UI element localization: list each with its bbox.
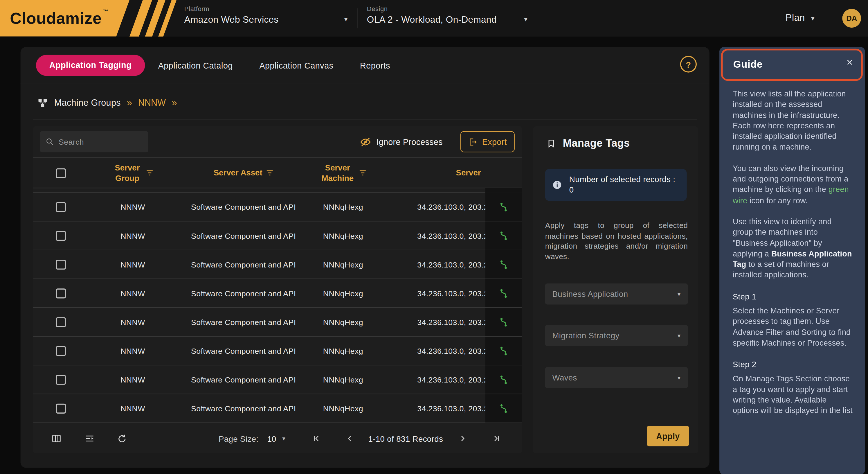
guide-paragraph: On Manage Tags Section choose a tag you … bbox=[733, 374, 854, 416]
tab-application-catalog[interactable]: Application Catalog bbox=[145, 61, 246, 70]
filter-icon[interactable] bbox=[146, 170, 153, 176]
row-checkbox[interactable] bbox=[56, 346, 66, 355]
brand-logo[interactable]: Cloudamize™ bbox=[0, 0, 183, 37]
cell-server: 34.236.103.0, 203.24 bbox=[376, 192, 485, 221]
manage-tags-description: Apply tags to group of selected machines… bbox=[545, 221, 688, 262]
row-checkbox[interactable] bbox=[56, 288, 66, 298]
info-icon bbox=[552, 179, 563, 190]
row-checkbox[interactable] bbox=[56, 259, 66, 269]
ignore-processes-button[interactable]: Ignore Processes bbox=[360, 126, 443, 157]
table-view-icon[interactable] bbox=[50, 433, 62, 445]
table-row: NNNW Software Component and API NNNqHexg… bbox=[33, 279, 522, 308]
cell-server-asset: Software Component and API bbox=[177, 192, 310, 221]
breadcrumb: Machine Groups » NNNW » bbox=[37, 92, 177, 113]
cell-server-machine: NNNqHexg bbox=[310, 337, 376, 365]
page-size-value[interactable]: 10 bbox=[267, 435, 276, 444]
green-wire-icon[interactable] bbox=[498, 288, 509, 299]
row-action-cell bbox=[485, 192, 522, 221]
row-action-cell bbox=[485, 279, 522, 307]
machine-groups-icon bbox=[37, 97, 48, 109]
platform-value: Amazon Web Services bbox=[184, 14, 347, 25]
cell-server-machine: NNNqHexg bbox=[310, 308, 376, 336]
search-input[interactable] bbox=[59, 137, 143, 146]
green-wire-icon[interactable] bbox=[498, 230, 509, 241]
business-application-select[interactable]: Business Application ▾ bbox=[545, 284, 688, 304]
row-checkbox-cell bbox=[33, 250, 89, 278]
green-wire-icon[interactable] bbox=[498, 316, 509, 327]
row-checkbox-cell bbox=[33, 337, 89, 365]
close-icon[interactable]: × bbox=[846, 56, 852, 68]
guide-step2-title: Step 2 bbox=[733, 360, 854, 370]
cell-server-group: NNNW bbox=[89, 337, 177, 365]
row-density-icon[interactable] bbox=[84, 433, 96, 445]
cell-server-asset: Software Component and API bbox=[177, 308, 310, 336]
filter-icon[interactable] bbox=[266, 170, 274, 176]
next-page-icon[interactable] bbox=[457, 433, 469, 445]
chevron-down-icon: ▾ bbox=[344, 16, 347, 23]
guide-paragraph: Select the Machines or Server processes … bbox=[733, 305, 854, 348]
column-header-server-asset[interactable]: Server Asset bbox=[177, 158, 310, 188]
platform-select[interactable]: Platform Amazon Web Services ▾ bbox=[184, 5, 347, 32]
cell-server-machine: NNNqHexg bbox=[310, 192, 376, 221]
select-placeholder: Migration Strategy bbox=[552, 331, 619, 340]
cell-server-asset: Software Component and API bbox=[177, 221, 310, 250]
select-all-checkbox[interactable] bbox=[56, 168, 66, 178]
row-checkbox[interactable] bbox=[56, 404, 66, 413]
bookmark-icon bbox=[547, 138, 556, 149]
green-wire-icon[interactable] bbox=[498, 374, 509, 385]
user-avatar[interactable]: DA bbox=[842, 9, 861, 28]
plan-label: Plan bbox=[785, 13, 805, 24]
first-page-icon[interactable] bbox=[310, 433, 322, 445]
previous-page-icon[interactable] bbox=[344, 433, 356, 445]
row-checkbox[interactable] bbox=[56, 317, 66, 327]
cell-server-group: NNNW bbox=[89, 250, 177, 278]
app-root: Cloudamize™ Platform Amazon Web Services… bbox=[0, 0, 868, 474]
breadcrumb-group-nnnw[interactable]: NNNW bbox=[138, 98, 166, 108]
guide-title: Guide bbox=[733, 59, 763, 70]
select-placeholder: Waves bbox=[552, 373, 577, 382]
export-button[interactable]: Export bbox=[460, 131, 515, 152]
column-header-server-group[interactable]: Server Group bbox=[89, 158, 177, 188]
column-header-server[interactable]: Server bbox=[376, 158, 485, 188]
table-row: NNNW Software Component and API NNNqHexg… bbox=[33, 365, 522, 394]
cell-server-group: NNNW bbox=[89, 394, 177, 422]
cell-server-asset: Software Component and API bbox=[177, 365, 310, 393]
waves-select[interactable]: Waves ▾ bbox=[545, 367, 688, 388]
table-row: NNNW Software Component and API NNNqHexg… bbox=[33, 308, 522, 337]
help-button[interactable]: ? bbox=[680, 56, 697, 72]
design-select[interactable]: Design OLA 2 - Workload, On-Demand ▾ bbox=[367, 5, 527, 32]
page-size-label: Page Size: bbox=[219, 435, 259, 444]
tab-application-tagging[interactable]: Application Tagging bbox=[36, 55, 145, 76]
eye-off-icon bbox=[360, 136, 371, 148]
main-card: Application Tagging Application Catalog … bbox=[21, 47, 710, 468]
migration-strategy-select[interactable]: Migration Strategy ▾ bbox=[545, 325, 688, 346]
chevron-down-icon[interactable]: ▾ bbox=[282, 435, 285, 442]
refresh-icon[interactable] bbox=[116, 433, 128, 445]
ignore-processes-label: Ignore Processes bbox=[376, 137, 443, 146]
tab-application-canvas[interactable]: Application Canvas bbox=[246, 61, 347, 70]
apply-button[interactable]: Apply bbox=[647, 426, 689, 446]
chevron-down-icon: ▾ bbox=[811, 14, 814, 22]
green-wire-icon[interactable] bbox=[498, 259, 509, 270]
green-wire-icon[interactable] bbox=[498, 201, 509, 212]
export-icon bbox=[468, 137, 477, 146]
tab-reports[interactable]: Reports bbox=[347, 61, 404, 70]
plan-menu[interactable]: Plan ▾ bbox=[785, 0, 814, 37]
cell-server-group: NNNW bbox=[89, 308, 177, 336]
row-checkbox[interactable] bbox=[56, 202, 66, 212]
breadcrumb-separator: » bbox=[127, 97, 132, 109]
green-wire-icon[interactable] bbox=[498, 403, 509, 414]
filter-icon[interactable] bbox=[359, 170, 366, 176]
breadcrumb-machine-groups[interactable]: Machine Groups bbox=[54, 98, 121, 108]
row-checkbox[interactable] bbox=[56, 231, 66, 240]
header-checkbox-cell bbox=[33, 158, 89, 188]
last-page-icon[interactable] bbox=[490, 433, 502, 445]
table-header: Server Group Server Asset bbox=[33, 157, 522, 188]
action-column-strip bbox=[485, 188, 522, 192]
green-wire-icon[interactable] bbox=[498, 345, 509, 356]
row-checkbox[interactable] bbox=[56, 375, 66, 385]
brand-name: Cloudamize bbox=[10, 9, 102, 27]
column-header-server-machine[interactable]: Server Machine bbox=[310, 158, 376, 188]
column-label: Server Machine bbox=[320, 163, 355, 183]
manage-tags-title: Manage Tags bbox=[563, 137, 630, 150]
